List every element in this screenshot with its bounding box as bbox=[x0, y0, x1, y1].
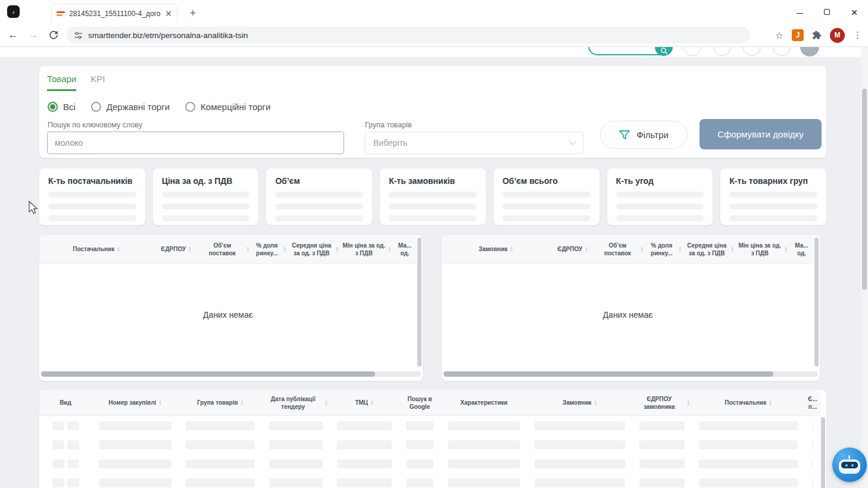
column-header[interactable]: Вид bbox=[39, 390, 92, 415]
sort-icon[interactable]: ▲▼ bbox=[388, 246, 391, 252]
column-header[interactable]: Постачальник▲▼ bbox=[692, 390, 805, 415]
column-header[interactable]: ЄДРПОУ▲▼ bbox=[550, 235, 595, 263]
sort-icon[interactable]: ▲▼ bbox=[336, 246, 339, 252]
column-header[interactable]: Об’єм поставок▲▼ bbox=[199, 235, 251, 263]
extensions-puzzle-icon[interactable] bbox=[812, 30, 822, 40]
loading-skeleton-bar bbox=[729, 192, 817, 198]
empty-state-text: Даних немає bbox=[442, 264, 814, 365]
reload-button[interactable] bbox=[45, 24, 62, 46]
sort-icon[interactable]: ▲▼ bbox=[117, 246, 120, 252]
column-header[interactable]: ТМЦ▲▼ bbox=[330, 390, 399, 415]
sort-icon[interactable]: ▲▼ bbox=[731, 246, 734, 252]
vertical-scrollbar-thumb[interactable] bbox=[417, 237, 421, 367]
column-header[interactable]: Дата публікації тендеру▲▼ bbox=[262, 390, 330, 415]
tab-kpi[interactable]: KPI bbox=[90, 74, 105, 91]
header-icon-button[interactable] bbox=[773, 47, 791, 56]
column-header-label: Об’єм поставок bbox=[597, 242, 638, 257]
sort-icon[interactable]: ▲▼ bbox=[370, 400, 373, 406]
pinned-tab-icon[interactable]: › bbox=[7, 5, 20, 18]
column-header[interactable]: Мін ціна за од. з ПДВ▲▼ bbox=[341, 235, 393, 263]
table-cell bbox=[92, 421, 179, 430]
new-tab-button[interactable]: + bbox=[186, 6, 200, 20]
generate-report-button[interactable]: Сформувати довідку bbox=[700, 119, 822, 149]
table-cell bbox=[441, 478, 527, 487]
sort-icon[interactable]: ▲▼ bbox=[241, 400, 243, 406]
sort-icon[interactable]: ▲▼ bbox=[188, 246, 191, 252]
browser-tab[interactable]: 28145231_15511100-4_договір ✕ bbox=[51, 4, 177, 23]
sort-icon[interactable]: ▲▼ bbox=[283, 246, 286, 252]
column-header-label: ЄДРПОУ bbox=[161, 245, 186, 253]
vertical-scrollbar-thumb[interactable] bbox=[821, 417, 825, 488]
horizontal-scrollbar[interactable] bbox=[41, 371, 421, 377]
group-select[interactable]: Виберіть bbox=[365, 132, 583, 154]
maximize-button[interactable] bbox=[813, 0, 841, 24]
table-cell bbox=[527, 421, 632, 430]
tab-close-icon[interactable]: ✕ bbox=[165, 9, 172, 18]
radio-state-trades[interactable]: Державні торги bbox=[91, 102, 170, 112]
user-avatar[interactable] bbox=[800, 47, 819, 57]
column-header-label: Ма... од. bbox=[791, 242, 812, 257]
sort-icon[interactable]: ▲▼ bbox=[679, 246, 682, 252]
window-close-button[interactable]: × bbox=[841, 0, 868, 24]
sort-icon[interactable]: ▲▼ bbox=[585, 246, 588, 252]
header-icon-button[interactable] bbox=[743, 47, 761, 56]
filters-button[interactable]: Фільтри bbox=[600, 121, 688, 149]
sort-icon[interactable]: ▲▼ bbox=[594, 400, 597, 406]
radio-commercial-trades[interactable]: Комерційні торги bbox=[185, 102, 270, 112]
keyword-input[interactable] bbox=[47, 132, 344, 154]
column-header[interactable]: Характеристики bbox=[441, 390, 527, 415]
scrollbar-thumb[interactable] bbox=[444, 371, 773, 377]
back-button[interactable]: ← bbox=[5, 24, 21, 46]
column-header[interactable]: Об’єм поставок▲▼ bbox=[595, 235, 645, 263]
column-header[interactable]: Середня ціна за од. з ПДВ▲▼ bbox=[288, 235, 341, 263]
sort-icon[interactable]: ▲▼ bbox=[246, 246, 249, 252]
minimize-button[interactable] bbox=[786, 0, 813, 24]
table-cell bbox=[330, 478, 399, 487]
sort-icon[interactable]: ▲▼ bbox=[325, 400, 328, 406]
header-icon-button[interactable] bbox=[713, 47, 731, 56]
tab-tovary[interactable]: Товари bbox=[47, 74, 76, 91]
sort-icon[interactable]: ▲▼ bbox=[785, 246, 788, 252]
sort-icon[interactable]: ▲▼ bbox=[641, 246, 644, 252]
column-header[interactable]: % доля ринку...▲▼ bbox=[645, 235, 683, 263]
page-scrollbar-thumb[interactable] bbox=[862, 89, 867, 290]
page-scrollbar[interactable] bbox=[861, 47, 868, 488]
url-bar[interactable]: smarttender.biz/etm/personalna-analitika… bbox=[67, 27, 750, 43]
bookmark-star-icon[interactable]: ☆ bbox=[775, 30, 783, 41]
header-icon-button[interactable] bbox=[683, 47, 701, 56]
sort-icon[interactable]: ▲▼ bbox=[687, 400, 690, 406]
column-header[interactable]: Постачальник▲▼ bbox=[39, 235, 154, 263]
column-header[interactable]: Мін ціна за од. з ПДВ▲▼ bbox=[736, 235, 789, 263]
column-header[interactable]: Є... п... bbox=[805, 390, 820, 415]
horizontal-scrollbar[interactable] bbox=[444, 371, 818, 377]
sort-icon[interactable]: ▲▼ bbox=[510, 246, 513, 252]
loading-skeleton-bar bbox=[186, 478, 255, 487]
column-header[interactable]: Номер закупівлі▲▼ bbox=[92, 390, 179, 415]
menu-dots-icon[interactable]: ⋮ bbox=[853, 30, 862, 40]
column-header[interactable]: Пошук в Google bbox=[399, 390, 441, 415]
column-header[interactable]: Середня ціна за од. з ПДВ▲▼ bbox=[683, 235, 736, 263]
site-info-icon[interactable] bbox=[74, 31, 83, 40]
column-header-label: ТМЦ bbox=[355, 399, 368, 406]
vertical-scrollbar-thumb[interactable] bbox=[814, 237, 819, 367]
column-header[interactable]: Ма... од. bbox=[393, 235, 417, 263]
column-header[interactable]: Замовник▲▼ bbox=[442, 235, 550, 263]
extension-icon-j[interactable]: J bbox=[792, 29, 804, 41]
profile-avatar[interactable]: M bbox=[830, 28, 845, 43]
chatbot-button[interactable] bbox=[832, 448, 867, 482]
sort-icon[interactable]: ▲▼ bbox=[769, 400, 772, 406]
sort-icon[interactable]: ▲▼ bbox=[158, 400, 161, 406]
radio-all[interactable]: Всі bbox=[48, 102, 76, 112]
forward-button[interactable]: → bbox=[25, 24, 42, 46]
column-header[interactable]: Ма... од. bbox=[789, 235, 814, 263]
loading-skeleton-bar bbox=[406, 421, 433, 430]
scrollbar-thumb[interactable] bbox=[41, 371, 375, 377]
column-header[interactable]: % доля ринку...▲▼ bbox=[251, 235, 288, 263]
purchases-table-header: ВидНомер закупівлі▲▼Група товарів▲▼Дата … bbox=[39, 390, 820, 416]
column-header[interactable]: Замовник▲▼ bbox=[527, 390, 632, 415]
column-header[interactable]: ЄДРПОУ замовника▲▼ bbox=[632, 390, 692, 415]
column-header[interactable]: Група товарів▲▼ bbox=[179, 390, 262, 415]
filters-button-label: Фільтри bbox=[636, 130, 669, 140]
loading-skeleton-bar bbox=[406, 459, 433, 468]
column-header[interactable]: ЄДРПОУ▲▼ bbox=[154, 235, 199, 263]
